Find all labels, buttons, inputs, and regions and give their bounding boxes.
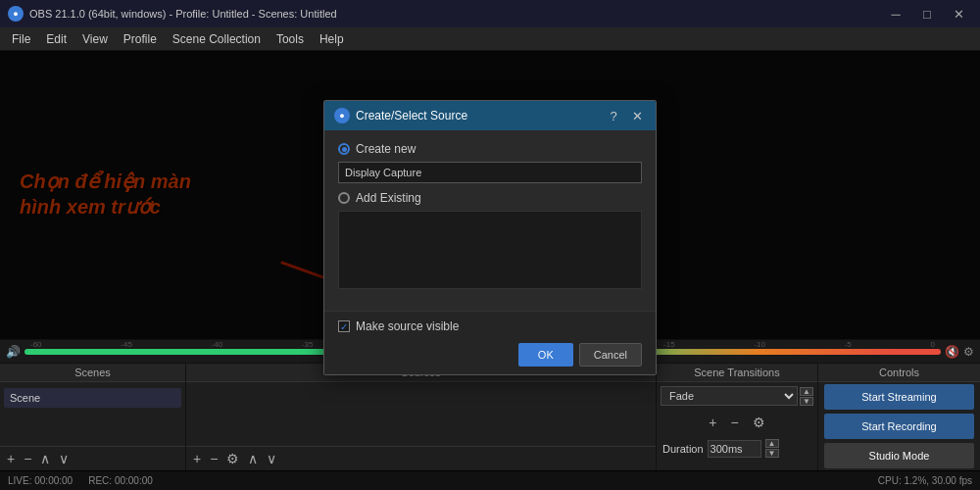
dialog-title: Create/Select Source — [356, 109, 467, 122]
menu-file[interactable]: File — [4, 27, 38, 50]
title-bar: ● OBS 21.1.0 (64bit, windows) - Profile:… — [0, 0, 980, 27]
scene-transitions-panel: Scene Transitions Fade ▲ ▼ + − ⚙ — [657, 364, 818, 470]
mute-icon[interactable]: 🔇 — [945, 345, 959, 359]
add-existing-label: Add Existing — [356, 191, 421, 205]
menu-profile[interactable]: Profile — [116, 27, 165, 50]
add-existing-radio[interactable] — [338, 192, 350, 204]
rec-time: 00:00:00 — [115, 475, 153, 486]
scenes-panel-body: Scene — [0, 382, 185, 446]
transition-up-arrow[interactable]: ▲ — [800, 387, 813, 396]
window-title: OBS 21.1.0 (64bit, windows) - Profile: U… — [29, 8, 882, 20]
controls-panel-title: Controls — [818, 364, 980, 382]
dialog-overlay: ● Create/Select Source ? ✕ Create — [0, 51, 980, 339]
dialog-close-button[interactable]: ✕ — [628, 107, 646, 124]
live-status: LIVE: 00:00:00 — [8, 475, 73, 486]
ok-button[interactable]: OK — [518, 343, 573, 367]
add-transition-button[interactable]: + — [706, 414, 719, 431]
cpu-label: CPU: — [878, 475, 902, 486]
start-recording-button[interactable]: Start Recording — [824, 414, 974, 439]
duration-spinner: ▲ ▼ — [765, 439, 779, 458]
create-new-row: Create new — [338, 142, 642, 156]
dialog-content: Create new Add Existing — [324, 130, 656, 311]
remove-source-button[interactable]: − — [207, 450, 220, 467]
transition-settings-button[interactable]: ⚙ — [750, 414, 768, 431]
scenes-panel-title: Scenes — [0, 364, 185, 382]
dialog-action-buttons: OK Cancel — [338, 343, 642, 367]
sources-panel-body — [186, 382, 656, 446]
dialog-icon: ● — [334, 108, 350, 123]
duration-down-arrow[interactable]: ▼ — [765, 449, 779, 458]
fps-value: 30.00 fps — [932, 475, 972, 486]
sources-panel: Sources + − ⚙ ∧ ∨ — [186, 364, 657, 470]
app-icon: ● — [8, 6, 24, 22]
duration-up-arrow[interactable]: ▲ — [765, 439, 779, 448]
content-area: Chọn để hiện màn hình xem trước — [0, 51, 980, 490]
duration-input[interactable] — [708, 440, 761, 458]
duration-row: Duration ▲ ▼ — [657, 435, 817, 462]
start-streaming-button[interactable]: Start Streaming — [824, 384, 974, 410]
source-name-input[interactable] — [338, 162, 642, 183]
make-visible-checkbox[interactable] — [338, 320, 350, 332]
menu-view[interactable]: View — [74, 27, 116, 50]
add-source-button[interactable]: + — [190, 450, 204, 467]
studio-mode-button[interactable]: Studio Mode — [824, 443, 974, 468]
source-up-button[interactable]: ∧ — [245, 450, 261, 467]
scene-up-button[interactable]: ∧ — [37, 450, 53, 467]
menu-bar: File Edit View Profile Scene Collection … — [0, 27, 980, 51]
rec-status: REC: 00:00:00 — [88, 475, 153, 486]
dialog-titlebar: ● Create/Select Source ? ✕ — [324, 101, 656, 130]
fade-select-row: Fade ▲ ▼ — [657, 382, 817, 410]
controls-panel: Controls Start Streaming Start Recording… — [818, 364, 980, 470]
volume-icon[interactable]: 🔊 — [6, 345, 21, 359]
menu-tools[interactable]: Tools — [269, 27, 312, 50]
window-controls: ─ □ ✕ — [882, 0, 972, 27]
source-down-button[interactable]: ∨ — [264, 450, 279, 467]
source-settings-button[interactable]: ⚙ — [223, 450, 242, 467]
cpu-value: 1.2% — [904, 475, 926, 486]
cpu-status: CPU: 1.2%, 30.00 fps — [878, 475, 972, 486]
status-bar: LIVE: 00:00:00 REC: 00:00:00 CPU: 1.2%, … — [0, 470, 980, 490]
sources-panel-actions: + − ⚙ ∧ ∨ — [186, 446, 656, 470]
add-scene-button[interactable]: + — [4, 450, 18, 467]
menu-edit[interactable]: Edit — [38, 27, 74, 50]
create-source-dialog: ● Create/Select Source ? ✕ Create — [323, 100, 657, 375]
make-visible-label: Make source visible — [356, 319, 459, 333]
live-time: 00:00:00 — [34, 475, 73, 486]
cancel-button[interactable]: Cancel — [579, 343, 642, 367]
dialog-footer: Make source visible OK Cancel — [324, 311, 656, 374]
close-button[interactable]: ✕ — [945, 0, 972, 27]
transition-actions: + − ⚙ — [657, 410, 817, 435]
remove-scene-button[interactable]: − — [21, 450, 34, 467]
audio-settings-icon[interactable]: ⚙ — [963, 345, 974, 359]
existing-sources-list — [338, 211, 642, 289]
create-new-radio[interactable] — [338, 143, 350, 155]
rec-label: REC: — [88, 475, 112, 486]
remove-transition-button[interactable]: − — [728, 414, 742, 431]
transition-type-select[interactable]: Fade — [661, 386, 798, 406]
dialog-help-button[interactable]: ? — [605, 107, 622, 124]
menu-help[interactable]: Help — [312, 27, 352, 50]
scene-item[interactable]: Scene — [4, 388, 181, 408]
create-new-label: Create new — [356, 142, 416, 156]
menu-scene-collection[interactable]: Scene Collection — [165, 27, 269, 50]
dialog-title-left: ● Create/Select Source — [334, 108, 467, 123]
scenes-panel-actions: + − ∧ ∨ — [0, 446, 185, 470]
minimize-button[interactable]: ─ — [882, 0, 909, 27]
scenes-panel: Scenes Scene + − ∧ ∨ — [0, 364, 186, 470]
scene-down-button[interactable]: ∨ — [56, 450, 72, 467]
duration-label: Duration — [662, 443, 704, 455]
preview-area: Chọn để hiện màn hình xem trước — [0, 51, 980, 339]
transition-spinner: ▲ ▼ — [800, 387, 813, 406]
add-existing-row: Add Existing — [338, 191, 642, 205]
bottom-panels: Scenes Scene + − ∧ ∨ Sources — [0, 363, 980, 470]
app-window: ● OBS 21.1.0 (64bit, windows) - Profile:… — [0, 0, 980, 490]
make-visible-row: Make source visible — [338, 319, 642, 333]
transitions-panel-title: Scene Transitions — [657, 364, 817, 382]
dialog-controls: ? ✕ — [605, 107, 646, 124]
maximize-button[interactable]: □ — [913, 0, 941, 27]
live-label: LIVE: — [8, 475, 31, 486]
transition-down-arrow[interactable]: ▼ — [800, 397, 813, 406]
